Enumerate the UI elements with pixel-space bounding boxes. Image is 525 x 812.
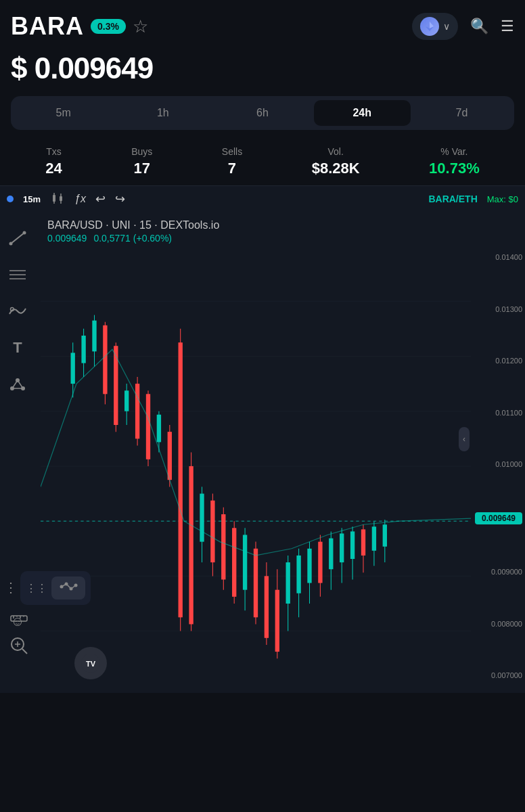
chevron-down-icon: ∨ <box>443 21 450 32</box>
svg-rect-49 <box>92 321 96 352</box>
svg-text:TV: TV <box>86 660 96 668</box>
tab-1h[interactable]: 1h <box>114 100 211 126</box>
svg-rect-55 <box>124 390 129 411</box>
header: BARA 0.3% ☆ ∨ 🔍 ☰ <box>0 0 525 49</box>
svg-rect-71 <box>210 501 214 562</box>
star-icon[interactable]: ☆ <box>133 16 148 37</box>
svg-rect-63 <box>168 432 172 480</box>
svg-rect-65 <box>179 342 183 617</box>
sells-label: Sells <box>222 146 242 157</box>
svg-rect-103 <box>383 524 387 546</box>
chart-price-current: 0.009649 <box>47 233 87 244</box>
svg-rect-45 <box>71 353 75 384</box>
tab-7d[interactable]: 7d <box>413 100 510 126</box>
svg-marker-2 <box>426 22 430 28</box>
candle-type-icon[interactable] <box>50 192 65 206</box>
chart-pair-label: BARA/ETH <box>428 194 477 204</box>
pctvar-value: 10.73% <box>429 160 480 177</box>
price-level-4: 0.01100 <box>475 409 522 417</box>
svg-rect-51 <box>103 325 107 394</box>
svg-rect-83 <box>275 590 279 652</box>
stat-buys: Buys 17 <box>131 146 152 177</box>
vol-value: $8.28K <box>312 160 360 177</box>
header-right: ∨ 🔍 ☰ <box>412 13 514 40</box>
price-level-8: 0.008000 <box>475 620 522 628</box>
svg-marker-3 <box>430 22 434 28</box>
svg-rect-89 <box>307 549 311 583</box>
chart-toolbar: 15m ƒx ↩ ↪ BARA/ETH Max: $0 <box>0 185 525 212</box>
chart-title: BARA/USD · UNI · 15 · DEXTools.io <box>47 219 219 231</box>
svg-rect-59 <box>146 394 150 459</box>
chart-canvas[interactable] <box>41 246 471 693</box>
txs-label: Txs <box>46 146 62 157</box>
price-level-2: 0.01300 <box>475 305 522 313</box>
active-tool-group: ⋮⋮ <box>20 571 91 605</box>
tab-6h[interactable]: 6h <box>214 100 311 126</box>
svg-line-10 <box>11 233 24 244</box>
svg-rect-85 <box>286 562 290 604</box>
eth-badge[interactable]: ∨ <box>412 13 458 40</box>
svg-rect-99 <box>361 529 365 556</box>
price-section: $ 0.009649 <box>0 49 525 96</box>
svg-rect-73 <box>221 514 225 579</box>
price-chart-svg <box>41 246 471 693</box>
svg-rect-4 <box>53 195 55 202</box>
zoom-tool-icon[interactable] <box>8 635 30 659</box>
multiline-tool-icon[interactable] <box>5 263 30 287</box>
stat-sells: Sells 7 <box>222 146 242 177</box>
tradingview-logo: TV <box>74 647 107 679</box>
chart-price-change: 0.0,5771 (+0.60%) <box>93 233 172 244</box>
line-tool-icon[interactable] <box>5 226 30 250</box>
node-tool-icon[interactable] <box>5 372 30 397</box>
fx-indicator-btn[interactable]: ƒx <box>74 193 86 205</box>
svg-rect-93 <box>329 539 333 570</box>
svg-point-12 <box>23 231 26 235</box>
txs-value: 24 <box>45 160 62 177</box>
price-level-3: 0.01200 <box>475 357 522 365</box>
svg-point-11 <box>9 242 13 246</box>
stat-pctvar: % Var. 10.73% <box>429 146 480 177</box>
svg-rect-47 <box>81 336 85 363</box>
chart-overlay: BARA/USD · UNI · 15 · DEXTools.io 0.0096… <box>47 219 219 244</box>
buys-value: 17 <box>134 160 150 177</box>
price-current-badge: 0.009649 <box>475 512 522 524</box>
curve-tool-icon[interactable] <box>5 299 30 323</box>
dots-grid-icon[interactable]: ⋮⋮ <box>26 582 47 595</box>
svg-rect-7 <box>60 196 62 201</box>
tab-24h[interactable]: 24h <box>314 100 411 126</box>
token-name: BARA <box>11 12 84 41</box>
collapse-handle-icon[interactable]: ‹ <box>459 427 470 451</box>
text-tool-icon[interactable]: T <box>5 336 30 360</box>
stat-vol: Vol. $8.28K <box>312 146 360 177</box>
redo-btn[interactable]: ↪ <box>115 191 125 206</box>
svg-rect-95 <box>340 533 344 562</box>
svg-rect-81 <box>265 576 269 637</box>
svg-rect-79 <box>254 549 258 618</box>
svg-rect-97 <box>350 531 355 559</box>
eth-icon <box>420 17 439 36</box>
search-icon[interactable]: 🔍 <box>470 18 488 35</box>
svg-rect-69 <box>200 494 204 542</box>
svg-rect-57 <box>135 384 139 438</box>
price-level-7: 0.009000 <box>475 568 522 576</box>
price-level-1: 0.01400 <box>475 253 522 261</box>
chart-max-label: Max: $0 <box>487 194 518 204</box>
svg-rect-75 <box>232 528 236 597</box>
svg-line-21 <box>18 380 23 388</box>
chart-drawing-tools: T <box>0 219 35 403</box>
buys-label: Buys <box>131 146 152 157</box>
sells-value: 7 <box>228 160 236 177</box>
pct-badge: 0.3% <box>91 19 126 34</box>
svg-rect-91 <box>318 542 322 583</box>
svg-line-33 <box>22 649 27 654</box>
stats-row: Txs 24 Buys 17 Sells 7 Vol. $8.28K % Var… <box>0 141 525 185</box>
hamburger-menu-icon[interactable]: ☰ <box>501 18 514 35</box>
svg-rect-87 <box>296 556 300 593</box>
chart-timeframe-btn[interactable]: 15m <box>23 194 41 204</box>
tab-5m[interactable]: 5m <box>15 100 112 126</box>
indicator-tool-btn[interactable] <box>51 577 85 600</box>
price-level-5: 0.01000 <box>475 460 522 468</box>
undo-btn[interactable]: ↩ <box>95 191 106 206</box>
ruler-tool-icon[interactable] <box>8 608 30 632</box>
price-value: $ 0.009649 <box>11 51 514 85</box>
